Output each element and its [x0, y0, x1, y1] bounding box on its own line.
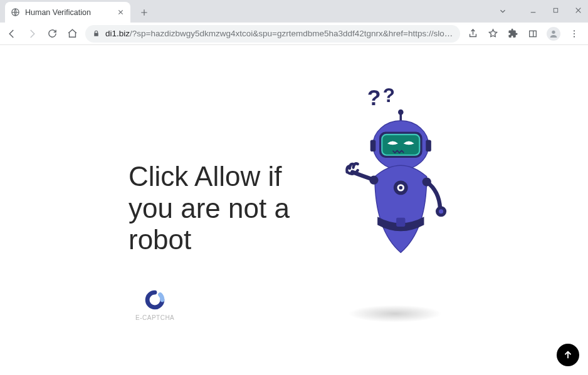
window-close-icon[interactable]	[572, 4, 584, 16]
forward-button[interactable]	[25, 27, 39, 41]
minimize-icon[interactable]	[527, 4, 539, 16]
robot-illustration: ? ?	[298, 83, 486, 346]
toolbar-right	[466, 27, 583, 41]
svg-point-3	[552, 30, 555, 33]
globe-icon	[10, 8, 20, 18]
svg-text:?: ?	[367, 85, 381, 110]
ecaptcha-logo	[144, 289, 165, 311]
new-tab-button[interactable]	[135, 4, 153, 21]
svg-point-22	[423, 177, 431, 186]
svg-point-6	[574, 36, 575, 37]
browser-toolbar: di1.biz/?sp=hazdizbwgy5dkmzwg4xtcoi&spu=…	[0, 23, 588, 45]
svg-text:?: ?	[383, 85, 395, 106]
svg-rect-1	[554, 8, 557, 12]
svg-rect-15	[370, 140, 376, 152]
url-text: di1.biz/?sp=hazdizbwgy5dkmzwg4xtcoi&spu=…	[105, 29, 454, 38]
svg-point-21	[369, 176, 378, 185]
window-controls	[527, 4, 584, 16]
url-path: /?sp=hazdizbwgy5dkmzwg4xtcoi&spu=gzrtemd…	[130, 29, 454, 38]
svg-point-5	[574, 33, 575, 34]
back-button[interactable]	[5, 27, 19, 41]
svg-point-19	[399, 186, 402, 190]
puzzle-icon[interactable]	[507, 28, 519, 40]
svg-point-10	[398, 110, 404, 115]
ecaptcha-label: E-CAPTCHA	[135, 314, 174, 321]
tab-search-button[interactable]	[498, 6, 508, 16]
kebab-menu-icon[interactable]	[568, 28, 580, 40]
tab-title: Human Verification	[25, 8, 110, 17]
home-button[interactable]	[65, 27, 79, 41]
svg-rect-20	[396, 218, 405, 227]
ecaptcha-badge: E-CAPTCHA	[135, 289, 174, 321]
side-panel-icon[interactable]	[527, 28, 539, 40]
page-heading: Click Allow if you are not a robot	[129, 161, 317, 256]
lock-icon	[92, 29, 100, 38]
profile-avatar[interactable]	[547, 27, 560, 41]
svg-rect-16	[426, 140, 431, 152]
reload-button[interactable]	[45, 27, 59, 41]
svg-point-24	[439, 209, 443, 213]
maximize-icon[interactable]	[549, 4, 562, 16]
question-marks-icon: ? ?	[367, 85, 395, 110]
close-icon[interactable]	[115, 8, 125, 18]
svg-point-4	[574, 30, 575, 31]
address-bar[interactable]: di1.biz/?sp=hazdizbwgy5dkmzwg4xtcoi&spu=…	[85, 25, 460, 43]
url-domain: di1.biz	[105, 29, 130, 38]
star-icon[interactable]	[486, 28, 499, 40]
scroll-to-top-button[interactable]	[557, 344, 579, 366]
browser-tab[interactable]: Human Verification	[5, 2, 130, 23]
page-content: Click Allow if you are not a robot E-CAP…	[0, 45, 588, 375]
tab-strip: Human Verification	[0, 0, 588, 23]
share-icon[interactable]	[466, 28, 479, 40]
